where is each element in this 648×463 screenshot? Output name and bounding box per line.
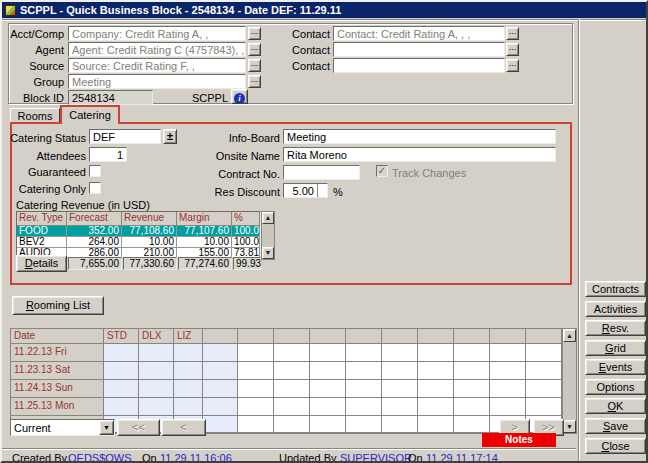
scroll-up-icon[interactable]: ▲ bbox=[262, 212, 274, 224]
agent-field[interactable]: Agent: Credit Rating C (4757843), , bbox=[68, 42, 246, 57]
contract-no-field[interactable] bbox=[283, 165, 360, 180]
contact1-field[interactable]: Contact: Credit Rating A, , , bbox=[333, 26, 505, 41]
close-button[interactable]: Close bbox=[585, 438, 646, 454]
options-button[interactable]: Options bbox=[585, 379, 646, 395]
revenue-cell-pct[interactable]: 100.00 bbox=[232, 237, 260, 248]
grid-cell[interactable] bbox=[382, 380, 418, 398]
view-filter-select[interactable]: Current ▼ bbox=[10, 419, 115, 436]
scroll-down-icon[interactable]: ▼ bbox=[563, 420, 576, 433]
grid-cell[interactable] bbox=[174, 398, 203, 416]
grid-cell[interactable] bbox=[454, 362, 490, 380]
group-lov-button[interactable]: ... bbox=[248, 75, 261, 88]
onsite-name-field[interactable]: Rita Moreno bbox=[283, 147, 556, 162]
catering-only-checkbox[interactable] bbox=[89, 182, 101, 194]
contact2-field[interactable] bbox=[333, 42, 505, 57]
grid-cell[interactable] bbox=[526, 398, 562, 416]
group-field[interactable]: Meeting bbox=[68, 74, 246, 89]
revenue-cell-pct[interactable]: 100.00 bbox=[232, 226, 260, 237]
grid-cell[interactable] bbox=[238, 398, 274, 416]
grid-cell[interactable] bbox=[490, 344, 526, 362]
guaranteed-checkbox[interactable] bbox=[89, 165, 101, 177]
revenue-cell-forecast[interactable]: 264.00 bbox=[67, 237, 122, 248]
ok-button[interactable]: OK bbox=[585, 398, 646, 414]
contracts-button[interactable]: Contracts bbox=[585, 281, 646, 297]
prev-page-button[interactable]: < bbox=[161, 419, 206, 436]
contact3-field[interactable] bbox=[333, 58, 505, 73]
grid-cell[interactable] bbox=[346, 398, 382, 416]
grid-cell[interactable] bbox=[274, 380, 310, 398]
details-button[interactable]: Details bbox=[16, 255, 67, 272]
grid-cell[interactable] bbox=[274, 362, 310, 380]
grid-cell[interactable] bbox=[526, 362, 562, 380]
grid-cell[interactable] bbox=[238, 344, 274, 362]
grid-button[interactable]: Grid bbox=[585, 340, 646, 356]
tab-rooms[interactable]: Rooms bbox=[10, 108, 60, 123]
grid-cell[interactable] bbox=[310, 380, 346, 398]
dropdown-arrow-icon[interactable]: ▼ bbox=[99, 420, 114, 435]
grid-cell[interactable] bbox=[310, 344, 346, 362]
grid-cell[interactable] bbox=[310, 398, 346, 416]
resv-button[interactable]: Resv. bbox=[585, 320, 646, 336]
catering-status-lov-button[interactable]: ± bbox=[163, 129, 177, 144]
scroll-up-icon[interactable]: ▲ bbox=[563, 329, 576, 342]
acct-comp-lov-button[interactable]: ... bbox=[248, 27, 261, 40]
grid-cell[interactable] bbox=[139, 344, 174, 362]
grid-date-cell[interactable]: 11.25.13 Mon bbox=[11, 398, 104, 416]
grid-cell[interactable] bbox=[346, 344, 382, 362]
tab-catering[interactable]: Catering bbox=[60, 105, 120, 124]
source-lov-button[interactable]: ... bbox=[248, 59, 261, 72]
grid-date-cell[interactable]: 11.24.13 Sun bbox=[11, 380, 104, 398]
revenue-cell-revenue[interactable]: 10.00 bbox=[122, 237, 177, 248]
grid-cell[interactable] bbox=[203, 380, 238, 398]
grid-cell[interactable] bbox=[174, 380, 203, 398]
grid-cell[interactable] bbox=[346, 416, 382, 433]
scroll-down-icon[interactable]: ▼ bbox=[262, 247, 274, 259]
contact1-lov-button[interactable]: ... bbox=[506, 27, 519, 40]
grid-cell[interactable] bbox=[203, 398, 238, 416]
grid-cell[interactable] bbox=[454, 398, 490, 416]
grid-cell[interactable] bbox=[382, 398, 418, 416]
events-button[interactable]: Events bbox=[585, 359, 646, 375]
grid-cell[interactable] bbox=[382, 416, 418, 433]
revenue-cell-type[interactable]: FOOD bbox=[17, 226, 67, 237]
property-info-button[interactable]: i bbox=[231, 89, 248, 104]
res-discount-field[interactable]: 5.00 bbox=[283, 183, 328, 198]
save-button[interactable]: Save bbox=[585, 418, 646, 434]
grid-cell[interactable] bbox=[104, 380, 139, 398]
grid-cell[interactable] bbox=[238, 362, 274, 380]
grid-cell[interactable] bbox=[418, 380, 454, 398]
grid-cell[interactable] bbox=[203, 362, 238, 380]
grid-cell[interactable] bbox=[104, 344, 139, 362]
grid-cell[interactable] bbox=[526, 344, 562, 362]
grid-date-cell[interactable]: 11.22.13 Fri bbox=[11, 344, 104, 362]
grid-cell[interactable] bbox=[418, 398, 454, 416]
grid-cell[interactable] bbox=[274, 398, 310, 416]
grid-cell[interactable] bbox=[346, 362, 382, 380]
grid-date-cell[interactable]: 11.23.13 Sat bbox=[11, 362, 104, 380]
revenue-cell-margin[interactable]: 77,107.60 bbox=[177, 226, 232, 237]
track-changes-checkbox[interactable]: ✓ bbox=[376, 165, 388, 177]
grid-cell[interactable] bbox=[174, 344, 203, 362]
grid-cell[interactable] bbox=[454, 380, 490, 398]
revenue-cell-revenue[interactable]: 77,108.60 bbox=[122, 226, 177, 237]
revenue-cell-forecast[interactable]: 352.00 bbox=[67, 226, 122, 237]
grid-cell[interactable] bbox=[310, 416, 346, 433]
attendees-field[interactable]: 1 bbox=[89, 147, 127, 162]
grid-cell[interactable] bbox=[203, 344, 238, 362]
notes-button[interactable]: Notes bbox=[482, 433, 556, 447]
grid-cell[interactable] bbox=[274, 416, 310, 433]
acct-comp-field[interactable]: Company: Credit Rating A, , bbox=[68, 26, 246, 41]
source-field[interactable]: Source: Credit Rating F, , bbox=[68, 58, 246, 73]
activities-button[interactable]: Activities bbox=[585, 301, 646, 317]
grid-cell[interactable] bbox=[346, 380, 382, 398]
agent-lov-button[interactable]: ... bbox=[248, 43, 261, 56]
contact3-lov-button[interactable]: ... bbox=[506, 59, 519, 72]
info-board-field[interactable]: Meeting bbox=[283, 129, 556, 144]
first-page-button[interactable]: << bbox=[117, 419, 160, 436]
grid-cell[interactable] bbox=[490, 362, 526, 380]
contact2-lov-button[interactable]: ... bbox=[506, 43, 519, 56]
room-grid-scrollbar[interactable]: ▲ ▼ bbox=[562, 328, 577, 434]
grid-cell[interactable] bbox=[139, 362, 174, 380]
grid-cell[interactable] bbox=[382, 362, 418, 380]
grid-cell[interactable] bbox=[310, 362, 346, 380]
